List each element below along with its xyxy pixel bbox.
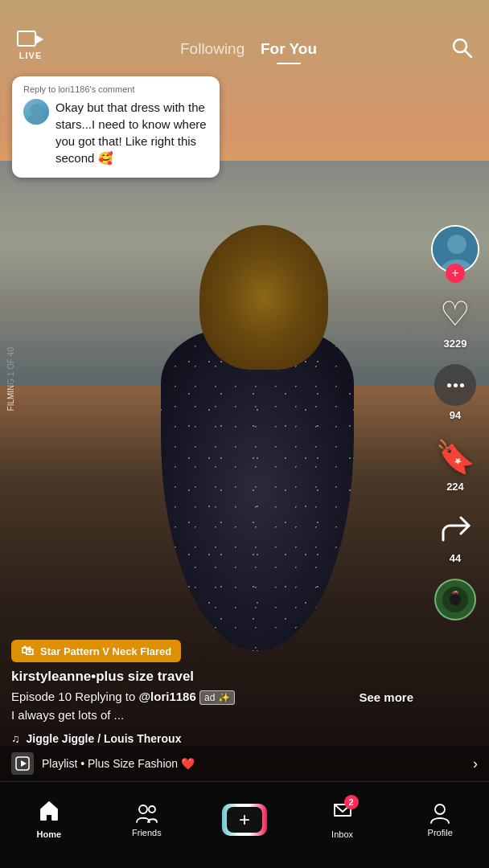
see-more-button[interactable]: See more bbox=[359, 689, 413, 707]
live-icon bbox=[16, 28, 45, 51]
playlist-icon bbox=[11, 752, 34, 775]
bottom-navigation: Home Friends + 2 Inbox bbox=[0, 781, 489, 868]
nav-inbox[interactable]: 2 Inbox bbox=[314, 800, 371, 839]
inbox-label: Inbox bbox=[331, 829, 353, 839]
live-label: LIVE bbox=[19, 51, 42, 60]
inbox-badge: 2 bbox=[344, 795, 359, 809]
reply-label: Reply to lori1186's comment bbox=[23, 84, 208, 94]
playlist-label: Playlist • Plus Size Fashion ❤️ bbox=[42, 757, 473, 770]
caption-body: I always get lots of ... bbox=[11, 708, 124, 722]
video-caption: Episode 10 Replying to @lori1186 ad ✨ I … bbox=[11, 688, 413, 724]
comment-user-row: Okay but that dress with the stars...I n… bbox=[23, 99, 208, 166]
playlist-chevron-icon: › bbox=[473, 755, 478, 772]
home-icon-container bbox=[38, 800, 60, 825]
music-info: ♫ Jiggle Jiggle / Louis Theroux bbox=[11, 732, 413, 745]
svg-line-3 bbox=[465, 51, 471, 57]
ad-label: ad ✨ bbox=[199, 690, 235, 705]
bookmark-icon: 🔖 bbox=[435, 438, 475, 476]
nav-profile[interactable]: Profile bbox=[412, 801, 468, 837]
music-disc: 🚗 bbox=[434, 579, 476, 620]
music-note-icon: ♫ bbox=[11, 732, 20, 745]
svg-point-7 bbox=[447, 235, 466, 254]
comment-count: 94 bbox=[450, 409, 461, 421]
person-silhouette bbox=[129, 225, 386, 691]
create-button[interactable]: + bbox=[222, 804, 267, 836]
nav-home[interactable]: Home bbox=[21, 800, 77, 839]
live-button[interactable]: LIVE bbox=[16, 28, 45, 60]
like-button[interactable]: ♡ 3229 bbox=[434, 293, 476, 350]
nav-create[interactable]: + bbox=[216, 804, 273, 836]
friends-label: Friends bbox=[132, 828, 162, 837]
home-icon bbox=[38, 800, 60, 822]
commenter-avatar bbox=[23, 99, 49, 125]
product-tag[interactable]: 🛍 Star Pattern V Neck Flared bbox=[11, 640, 181, 662]
music-track-text[interactable]: Jiggle Jiggle / Louis Theroux bbox=[27, 732, 182, 745]
comment-bubble: Reply to lori1186's comment Okay but tha… bbox=[12, 76, 220, 178]
home-label: Home bbox=[37, 829, 62, 839]
creator-name[interactable]: kirstyleanne•plus size travel bbox=[11, 669, 413, 685]
create-plus-icon: + bbox=[227, 807, 262, 833]
playlist-bar[interactable]: Playlist • Plus Size Fashion ❤️ › bbox=[0, 746, 489, 781]
mention[interactable]: @lori1186 bbox=[138, 690, 195, 703]
music-track: Jiggle Jiggle bbox=[27, 732, 95, 745]
inbox-icon-container: 2 bbox=[331, 800, 354, 825]
like-count: 3229 bbox=[444, 338, 467, 350]
bookmark-icon-wrap: 🔖 bbox=[434, 436, 476, 477]
bookmark-count: 224 bbox=[446, 481, 464, 493]
hair bbox=[199, 225, 328, 370]
heart-icon-wrap: ♡ bbox=[434, 293, 476, 334]
dot2 bbox=[454, 383, 458, 387]
share-icon-wrap bbox=[434, 507, 476, 549]
music-artist: Louis Theroux bbox=[104, 732, 181, 745]
following-tab[interactable]: Following bbox=[180, 40, 244, 58]
svg-point-5 bbox=[27, 115, 46, 125]
nav-friends[interactable]: Friends bbox=[118, 801, 175, 837]
share-count: 44 bbox=[450, 552, 461, 564]
search-button[interactable] bbox=[450, 36, 473, 62]
bottom-info: 🛍 Star Pattern V Neck Flared kirstyleann… bbox=[0, 640, 425, 751]
bookmark-button[interactable]: 🔖 224 bbox=[434, 436, 476, 493]
share-button[interactable]: 44 bbox=[434, 507, 476, 564]
svg-rect-0 bbox=[18, 31, 35, 46]
comment-text: Okay but that dress with the stars...I n… bbox=[55, 99, 208, 166]
share-icon bbox=[438, 511, 472, 545]
svg-point-15 bbox=[139, 805, 147, 813]
svg-text:🚗: 🚗 bbox=[452, 588, 458, 595]
music-disc-button[interactable]: 🚗 bbox=[434, 579, 476, 620]
music-divider: / bbox=[97, 732, 101, 745]
svg-marker-14 bbox=[21, 760, 27, 767]
svg-point-11 bbox=[450, 595, 461, 605]
profile-icon bbox=[429, 801, 451, 824]
svg-point-4 bbox=[31, 104, 42, 115]
star-dress bbox=[161, 330, 354, 651]
creator-avatar-container[interactable]: + bbox=[431, 225, 479, 273]
dot3 bbox=[460, 383, 464, 387]
comments-icon bbox=[434, 364, 476, 406]
follow-button[interactable]: + bbox=[446, 264, 465, 283]
search-icon bbox=[450, 36, 473, 59]
dot1 bbox=[447, 383, 451, 387]
friends-icon bbox=[134, 801, 159, 824]
product-tag-label: Star Pattern V Neck Flared bbox=[40, 645, 171, 657]
comments-button[interactable]: 94 bbox=[434, 364, 476, 421]
foryou-tab[interactable]: For You bbox=[261, 40, 317, 58]
action-buttons: + ♡ 3229 94 🔖 224 44 bbox=[431, 225, 479, 620]
svg-point-16 bbox=[149, 806, 155, 813]
profile-label: Profile bbox=[428, 828, 453, 837]
shopping-bag-icon: 🛍 bbox=[21, 644, 34, 658]
caption-episode: Episode 10 Replying to bbox=[11, 690, 138, 703]
heart-icon: ♡ bbox=[440, 294, 471, 334]
top-navigation: LIVE Following For You bbox=[0, 0, 489, 88]
svg-marker-1 bbox=[35, 35, 43, 44]
svg-point-17 bbox=[435, 805, 445, 814]
